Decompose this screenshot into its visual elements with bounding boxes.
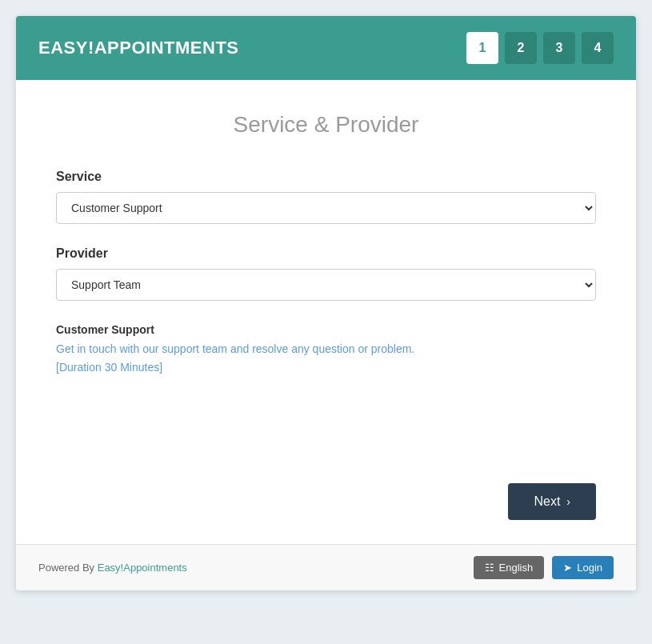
- login-button[interactable]: ➤ Login: [552, 556, 614, 579]
- next-button-label: Next: [534, 494, 560, 509]
- next-button[interactable]: Next ›: [508, 483, 596, 520]
- provider-label: Provider: [56, 246, 596, 261]
- description-text: Get in touch with our support team and r…: [56, 341, 596, 358]
- service-select[interactable]: Customer Support: [56, 192, 596, 224]
- step-indicators: 1 2 3 4: [466, 32, 614, 64]
- login-label: Login: [577, 562, 602, 574]
- powered-by-text: Powered By: [38, 562, 94, 574]
- app-logo: EASY!APPOINTMENTS: [38, 38, 239, 58]
- description-duration: [Duration 30 Minutes]: [56, 361, 596, 374]
- header: EASY!APPOINTMENTS 1 2 3 4: [16, 16, 636, 80]
- description-title: Customer Support: [56, 323, 596, 336]
- service-label: Service: [56, 170, 596, 184]
- language-label: English: [499, 562, 534, 574]
- language-button[interactable]: ☷ English: [474, 556, 545, 579]
- main-content: Service & Provider Service Customer Supp…: [16, 80, 636, 544]
- powered-by: Powered By Easy!Appointments: [38, 562, 187, 574]
- step-1-indicator[interactable]: 1: [466, 32, 498, 64]
- footer-actions: ☷ English ➤ Login: [474, 556, 614, 579]
- login-icon: ➤: [563, 562, 572, 574]
- service-section: Service Customer Support: [56, 170, 596, 224]
- globe-icon: ☷: [485, 562, 494, 574]
- provider-section: Provider Support Team: [56, 246, 596, 301]
- chevron-right-icon: ›: [566, 495, 570, 508]
- page-title: Service & Provider: [56, 112, 596, 138]
- step-4-indicator[interactable]: 4: [582, 32, 614, 64]
- description-box: Customer Support Get in touch with our s…: [56, 323, 596, 374]
- footer: Powered By Easy!Appointments ☷ English ➤…: [16, 544, 636, 590]
- app-container: EASY!APPOINTMENTS 1 2 3 4 Service & Prov…: [16, 16, 636, 590]
- provider-select[interactable]: Support Team: [56, 269, 596, 301]
- step-2-indicator[interactable]: 2: [505, 32, 537, 64]
- step-3-indicator[interactable]: 3: [543, 32, 575, 64]
- powered-by-link[interactable]: Easy!Appointments: [98, 562, 187, 574]
